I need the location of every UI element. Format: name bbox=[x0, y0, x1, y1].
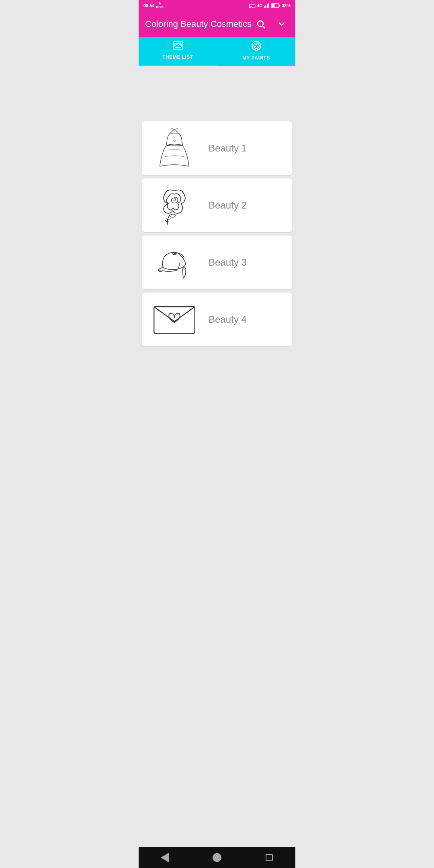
app-bar: Coloring Beauty Cosmetics bbox=[139, 11, 295, 37]
envelope-icon bbox=[150, 299, 199, 341]
app-bar-actions bbox=[254, 17, 289, 31]
tab-theme-list[interactable]: THEME LIST bbox=[139, 37, 217, 66]
svg-rect-3 bbox=[265, 6, 266, 8]
theme-list-label: THEME LIST bbox=[162, 54, 193, 60]
svg-line-10 bbox=[263, 26, 265, 29]
battery-percent: 38% bbox=[282, 3, 291, 8]
dress-icon bbox=[150, 127, 199, 170]
status-bar: 08.54 0KB/s 4G 38% bbox=[139, 0, 295, 11]
tab-my-paints[interactable]: MY PAINTS bbox=[217, 37, 295, 66]
svg-line-20 bbox=[174, 129, 179, 134]
svg-point-13 bbox=[176, 44, 177, 45]
theme-label-2: Beauty 2 bbox=[209, 200, 247, 211]
svg-line-19 bbox=[170, 129, 174, 134]
my-paints-icon bbox=[251, 41, 262, 53]
theme-thumbnail-1 bbox=[148, 126, 201, 170]
theme-item-3[interactable]: Beauty 3 bbox=[142, 235, 292, 289]
network-4g: 4G bbox=[257, 4, 262, 8]
status-right: 4G 38% bbox=[249, 3, 291, 8]
search-icon bbox=[256, 19, 266, 29]
svg-rect-2 bbox=[264, 6, 265, 8]
theme-label-4: Beauty 4 bbox=[209, 314, 247, 325]
theme-item-4[interactable]: Beauty 4 bbox=[142, 293, 292, 346]
status-kb: 0KB/s bbox=[156, 2, 164, 9]
theme-thumbnail-4 bbox=[148, 297, 201, 342]
theme-thumbnail-2 bbox=[148, 183, 201, 227]
battery-icon bbox=[271, 3, 280, 8]
status-time: 08.54 bbox=[143, 3, 155, 8]
tab-bar: THEME LIST MY PAINTS bbox=[139, 37, 295, 66]
theme-item-1[interactable]: Beauty 1 bbox=[142, 121, 292, 175]
heel-icon bbox=[150, 242, 199, 284]
svg-rect-5 bbox=[268, 3, 269, 8]
svg-point-17 bbox=[254, 46, 256, 47]
theme-thumbnail-3 bbox=[148, 240, 201, 285]
dropdown-button[interactable] bbox=[274, 17, 289, 31]
theme-list-icon bbox=[173, 41, 183, 53]
svg-point-18 bbox=[257, 46, 258, 47]
search-button[interactable] bbox=[254, 17, 268, 31]
theme-label-3: Beauty 3 bbox=[209, 257, 247, 268]
status-left: 08.54 0KB/s bbox=[143, 2, 164, 9]
svg-point-16 bbox=[256, 44, 257, 45]
svg-rect-4 bbox=[267, 4, 268, 8]
rose-icon bbox=[150, 184, 199, 227]
app-title: Coloring Beauty Cosmetics bbox=[145, 19, 254, 29]
main-content: Beauty 1 Beaut bbox=[139, 66, 295, 374]
my-paints-label: MY PAINTS bbox=[242, 55, 270, 61]
theme-list-container: Beauty 1 Beaut bbox=[139, 118, 295, 350]
cast-icon bbox=[249, 3, 256, 8]
theme-label-1: Beauty 1 bbox=[209, 143, 247, 154]
ad-banner bbox=[139, 66, 295, 118]
svg-rect-8 bbox=[279, 5, 280, 7]
chevron-down-icon bbox=[277, 19, 287, 29]
svg-rect-7 bbox=[272, 4, 274, 7]
signal-icon bbox=[264, 3, 270, 8]
theme-item-2[interactable]: Beauty 2 bbox=[142, 178, 292, 232]
